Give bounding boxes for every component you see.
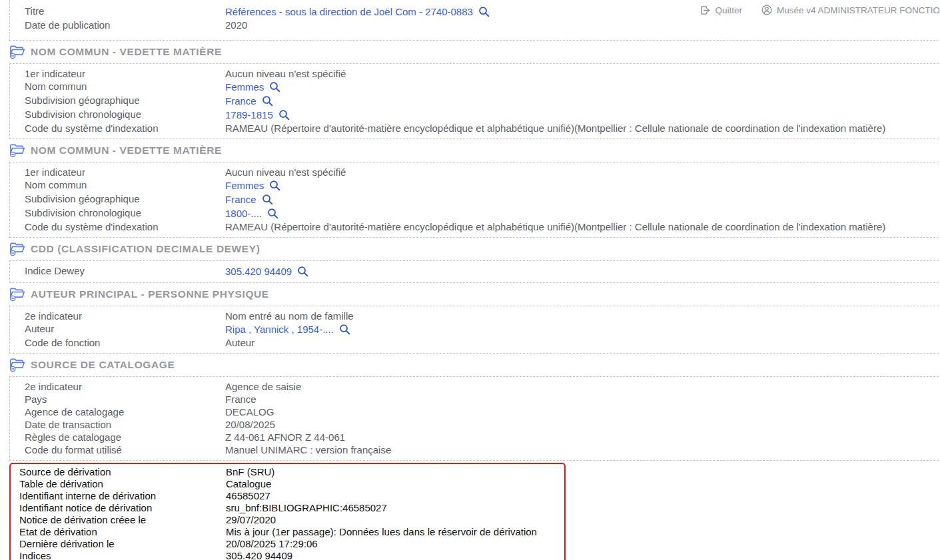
field-label: Identifiant notice de dérivation	[19, 502, 226, 514]
value-link[interactable]: 305.420 94409	[225, 265, 292, 278]
section-header[interactable]: NOM COMMUN - VEDETTE MATIÈRE	[9, 143, 940, 158]
value-link[interactable]: France	[225, 95, 256, 107]
search-icon[interactable]	[339, 324, 350, 338]
field-value-cell: 305.420 94409	[226, 550, 292, 560]
field-label: Date de transaction	[25, 418, 225, 431]
search-icon[interactable]	[262, 95, 273, 109]
field-label: Code du système d'indexation	[25, 122, 225, 135]
field-value-cell: 1800-....	[225, 206, 278, 220]
field-row: Indices305.420 94409	[19, 550, 564, 560]
section-header[interactable]: SOURCE DE CATALOGAGE	[9, 358, 940, 372]
section-header[interactable]: AUTEUR PRINCIPAL - PERSONNE PHYSIQUE	[9, 287, 940, 302]
field-label: Date de publication	[25, 19, 225, 31]
field-label: 1er indicateur	[25, 166, 225, 178]
field-value: Manuel UNIMARC : version française	[225, 443, 391, 456]
user-icon	[761, 4, 773, 16]
field-row: Nom communFemmes	[25, 178, 940, 192]
value-link[interactable]: Ripa , Yannick , 1954-....	[225, 323, 334, 336]
field-value-cell: RAMEAU (Répertoire d'autorité-matière en…	[225, 220, 885, 233]
section-title: AUTEUR PRINCIPAL - PERSONNE PHYSIQUE	[31, 288, 269, 300]
field-row: Etat de dérivationMis à jour (1er passag…	[19, 526, 564, 538]
field-row: Code du système d'indexationRAMEAU (Répe…	[25, 220, 940, 233]
folder-collapse-icon[interactable]	[9, 142, 25, 160]
folder-collapse-icon[interactable]	[9, 286, 25, 304]
field-row: AuteurRipa , Yannick , 1954-....	[25, 322, 940, 336]
field-value: Aucun niveau n'est spécifié	[225, 67, 346, 80]
section-title: NOM COMMUN - VEDETTE MATIÈRE	[31, 144, 222, 156]
field-value: Catalogue	[226, 478, 271, 490]
search-icon[interactable]	[267, 208, 278, 222]
value-link[interactable]: 1800-....	[225, 207, 262, 220]
search-icon[interactable]	[262, 194, 273, 208]
field-label: 2e indicateur	[25, 380, 225, 393]
user-label: Musée v4 ADMINISTRATEUR FONCTIO	[777, 5, 940, 15]
field-value: RAMEAU (Répertoire d'autorité-matière en…	[225, 220, 885, 233]
field-value-cell: 1789-1815	[225, 108, 290, 122]
fieldset: 1er indicateurAucun niveau n'est spécifi…	[9, 63, 940, 139]
field-value-cell: RAMEAU (Répertoire d'autorité-matière en…	[225, 122, 885, 135]
field-value-cell: 46585027	[226, 490, 270, 502]
field-value-cell: 2020	[225, 19, 247, 31]
field-row: Subdivision géographiqueFrance	[25, 94, 940, 108]
field-label: Code de fonction	[25, 336, 225, 349]
value-link[interactable]: Femmes	[225, 81, 264, 93]
field-value-cell: France	[225, 393, 256, 406]
fieldset: 2e indicateurNom entré au nom de famille…	[9, 306, 940, 354]
fieldset: 1er indicateurAucun niveau n'est spécifi…	[9, 162, 940, 238]
field-value-cell: France	[225, 192, 273, 206]
field-label: Subdivision géographique	[25, 94, 225, 108]
field-value-cell: sru_bnf:BIBLIOGRAPHIC:46585027	[226, 502, 387, 514]
field-value-cell: Auteur	[225, 336, 254, 349]
field-row: Nom communFemmes	[25, 80, 940, 94]
field-label: Source de dérivation	[19, 466, 226, 478]
section-title: SOURCE DE CATALOGAGE	[31, 359, 175, 371]
field-row: Source de dérivationBnF (SRU)	[19, 466, 564, 478]
field-label: Subdivision chronologique	[25, 108, 225, 122]
folder-collapse-icon[interactable]	[9, 241, 25, 258]
section-title: CDD (CLASSIFICATION DECIMALE DEWEY)	[31, 243, 260, 255]
field-row: Code du système d'indexationRAMEAU (Répe…	[25, 122, 940, 135]
search-icon[interactable]	[269, 81, 280, 95]
field-value: 46585027	[226, 490, 270, 502]
search-icon[interactable]	[297, 266, 308, 280]
field-label: 1er indicateur	[25, 67, 225, 80]
user-menu[interactable]: Musée v4 ADMINISTRATEUR FONCTIO	[761, 4, 940, 16]
field-value: Auteur	[225, 336, 254, 349]
field-row: Subdivision géographiqueFrance	[25, 192, 940, 206]
field-value-cell: Références - sous la direction de Joël C…	[225, 5, 490, 19]
search-icon[interactable]	[269, 180, 280, 194]
folder-collapse-icon[interactable]	[9, 357, 25, 374]
field-value-cell: BnF (SRU)	[226, 466, 274, 478]
field-value: Mis à jour (1er passage): Données lues d…	[226, 526, 537, 538]
field-value: France	[225, 393, 256, 406]
field-value-cell: Ripa , Yannick , 1954-....	[225, 322, 350, 336]
field-value: Z 44-061 AFNOR Z 44-061	[225, 431, 345, 443]
field-row: Indice Dewey305.420 94409	[25, 264, 940, 278]
field-row: Identifiant notice de dérivationsru_bnf:…	[19, 502, 564, 514]
field-label: Règles de catalogage	[25, 431, 225, 443]
field-value-cell: Femmes	[225, 178, 280, 192]
value-link[interactable]: Femmes	[225, 179, 264, 192]
field-value: DECALOG	[225, 406, 274, 418]
field-value: BnF (SRU)	[226, 466, 274, 478]
field-row: Code du format utiliséManuel UNIMARC : v…	[25, 443, 940, 456]
field-value-cell: Catalogue	[226, 478, 271, 490]
quit-button[interactable]: Quitter	[700, 5, 742, 16]
search-icon[interactable]	[278, 109, 290, 123]
field-row: Subdivision chronologique1789-1815	[25, 108, 940, 122]
field-value-cell: DECALOG	[225, 406, 274, 418]
value-link[interactable]: France	[225, 193, 256, 206]
section-header[interactable]: NOM COMMUN - VEDETTE MATIÈRE	[9, 45, 940, 59]
field-label: Subdivision chronologique	[25, 206, 225, 220]
search-icon[interactable]	[478, 6, 490, 20]
value-link[interactable]: 1789-1815	[225, 109, 273, 121]
field-row: Date de publication2020	[25, 19, 940, 31]
field-label: Agence de catalogage	[25, 406, 225, 418]
field-label: Subdivision géographique	[25, 192, 225, 206]
section-header[interactable]: CDD (CLASSIFICATION DECIMALE DEWEY)	[9, 242, 940, 256]
field-label: Notice de dérivation créee le	[19, 514, 226, 526]
field-value: sru_bnf:BIBLIOGRAPHIC:46585027	[226, 502, 387, 514]
value-link[interactable]: Références - sous la direction de Joël C…	[225, 5, 473, 18]
field-value: 29/07/2020	[226, 514, 276, 526]
folder-collapse-icon[interactable]	[9, 44, 25, 61]
